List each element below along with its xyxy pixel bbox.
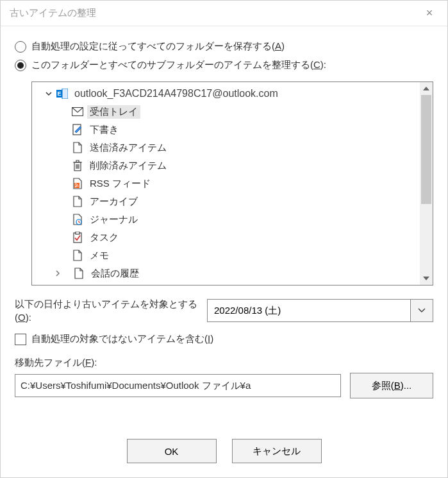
tree-scrollbar[interactable] (420, 82, 433, 285)
chevron-down-icon[interactable] (44, 90, 54, 97)
radio-archive-all[interactable]: 自動処理の設定に従ってすべてのフォルダーを保存する(A) (15, 40, 433, 53)
file-path-input[interactable]: C:¥Users¥Toshifumi¥Documents¥Outlook ファイ… (15, 374, 341, 397)
tree-label: 下書き (87, 123, 121, 137)
radio-label: このフォルダーとすべてのサブフォルダーのアイテムを整理する(C): (31, 59, 326, 71)
close-button[interactable]: × (417, 1, 442, 26)
scroll-thumb[interactable] (421, 95, 431, 204)
svg-text:E: E (57, 90, 61, 97)
ok-button[interactable]: OK (127, 439, 217, 463)
draft-icon (71, 123, 85, 136)
folder-tree[interactable]: E outlook_F3ACD214A4798C17@outlook.com 受… (31, 81, 433, 286)
tree-label: メモ (87, 249, 112, 262)
tree-label: ジャーナル (87, 213, 140, 226)
window-title: 古いアイテムの整理 (10, 7, 417, 19)
outlook-account-icon: E (55, 87, 69, 100)
chevron-right-icon[interactable] (53, 270, 63, 277)
radio-icon (15, 41, 26, 53)
button-bar: OK キャンセル (1, 429, 447, 477)
tree-label: 削除済みアイテム (87, 159, 169, 173)
folder-icon (71, 141, 85, 154)
tree-item-conversation-history[interactable]: 会話の履歴 (32, 264, 420, 282)
checkbox-icon (15, 334, 26, 345)
folder-icon (71, 249, 85, 262)
mail-icon (71, 105, 85, 118)
tree-item-rss[interactable]: RSS フィード (32, 175, 420, 192)
task-icon (71, 231, 85, 244)
scroll-up-icon[interactable] (420, 82, 433, 95)
folder-icon (71, 195, 85, 208)
radio-icon (15, 60, 26, 71)
tree-list: E outlook_F3ACD214A4798C17@outlook.com 受… (32, 82, 420, 285)
svg-point-7 (75, 186, 76, 187)
folder-icon (72, 267, 86, 280)
browse-button[interactable]: 参照(B)... (350, 373, 433, 398)
tree-label: 受信トレイ (87, 105, 140, 119)
chevron-down-icon (418, 308, 426, 313)
close-icon: × (426, 6, 433, 20)
cancel-button[interactable]: キャンセル (232, 439, 322, 463)
tree-item-archive[interactable]: アーカイブ (32, 192, 420, 210)
trash-icon (71, 159, 85, 172)
tree-label: 送信済みアイテム (87, 141, 169, 155)
date-dropdown-button[interactable] (410, 299, 433, 322)
rss-icon (71, 177, 85, 190)
tree-label: アーカイブ (87, 195, 140, 209)
date-section: 以下の日付より古いアイテムを対象とする(O): (15, 297, 433, 324)
tree-item-sent[interactable]: 送信済みアイテム (32, 139, 420, 157)
date-label: 以下の日付より古いアイテムを対象とする(O): (15, 297, 207, 324)
tree-root[interactable]: E outlook_F3ACD214A4798C17@outlook.com (32, 85, 420, 103)
radio-archive-folder[interactable]: このフォルダーとすべてのサブフォルダーのアイテムを整理する(C): (15, 59, 433, 71)
date-input[interactable] (207, 299, 410, 322)
file-row: C:¥Users¥Toshifumi¥Documents¥Outlook ファイ… (15, 373, 433, 398)
tree-root-label: outlook_F3ACD214A4798C17@outlook.com (72, 87, 281, 100)
tree-label: 会話の履歴 (88, 267, 142, 280)
file-label: 移動先ファイル(F): (15, 357, 433, 369)
svg-rect-1 (62, 89, 68, 99)
tree-item-notes[interactable]: メモ (32, 246, 420, 264)
scroll-down-icon[interactable] (420, 272, 433, 285)
dialog-body: 自動処理の設定に従ってすべてのフォルダーを保存する(A) このフォルダーとすべて… (1, 26, 447, 429)
include-label: 自動処理の対象ではないアイテムを含む(I) (31, 333, 213, 345)
include-checkbox-row[interactable]: 自動処理の対象ではないアイテムを含む(I) (15, 333, 433, 345)
archive-dialog: 古いアイテムの整理 × 自動処理の設定に従ってすべてのフォルダーを保存する(A)… (0, 0, 448, 478)
file-section: 移動先ファイル(F): C:¥Users¥Toshifumi¥Documents… (15, 357, 433, 398)
svg-rect-10 (76, 232, 79, 234)
date-field (207, 299, 433, 322)
tree-item-deleted[interactable]: 削除済みアイテム (32, 157, 420, 175)
tree-item-tasks[interactable]: タスク (32, 228, 420, 246)
tree-item-drafts[interactable]: 下書き (32, 121, 420, 139)
journal-icon (71, 213, 85, 226)
tree-item-journal[interactable]: ジャーナル (32, 210, 420, 228)
tree-label: タスク (87, 231, 121, 244)
tree-item-inbox[interactable]: 受信トレイ (32, 103, 420, 121)
tree-label: RSS フィード (87, 177, 153, 191)
radio-label: 自動処理の設定に従ってすべてのフォルダーを保存する(A) (31, 40, 285, 53)
titlebar: 古いアイテムの整理 × (1, 1, 447, 26)
